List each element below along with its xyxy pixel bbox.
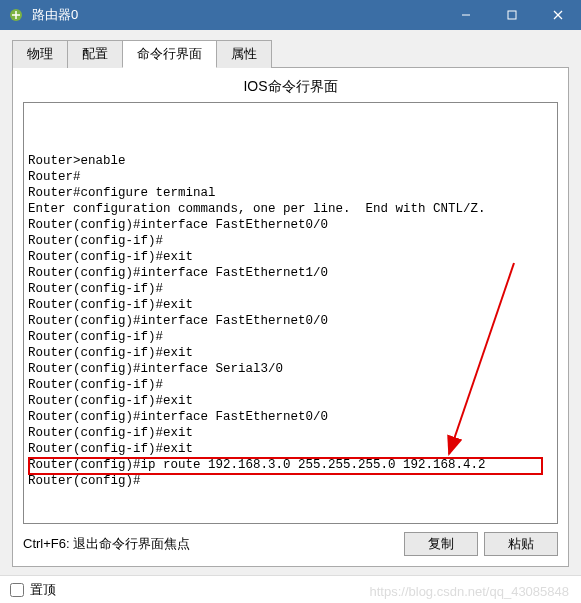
paste-button[interactable]: 粘贴 — [484, 532, 558, 556]
terminal-line: Router(config-if)# — [28, 233, 553, 249]
terminal-wrapper: Router>enableRouter#Router#configure ter… — [23, 102, 558, 524]
terminal-line: Router(config-if)# — [28, 281, 553, 297]
router-icon — [8, 7, 24, 23]
terminal-line: Router(config-if)# — [28, 329, 553, 345]
footer-row: Ctrl+F6: 退出命令行界面焦点 复制 粘贴 — [23, 532, 558, 556]
terminal-line: Router(config)#ip route 192.168.3.0 255.… — [28, 457, 553, 473]
terminal-line: Router(config)# — [28, 473, 553, 489]
terminal-line — [28, 105, 553, 121]
pane-title: IOS命令行界面 — [23, 78, 558, 96]
client-area: 物理配置命令行界面属性 IOS命令行界面 Router>enableRouter… — [0, 30, 581, 575]
window-title: 路由器0 — [32, 6, 443, 24]
terminal-line: Router(config)#interface FastEthernet0/0 — [28, 409, 553, 425]
terminal-line: Router(config-if)#exit — [28, 425, 553, 441]
cli-pane: IOS命令行界面 Router>enableRouter#Router#conf… — [12, 67, 569, 567]
tab-2[interactable]: 命令行界面 — [122, 40, 217, 68]
terminal[interactable]: Router>enableRouter#Router#configure ter… — [24, 103, 557, 523]
tab-bar: 物理配置命令行界面属性 — [12, 40, 569, 68]
terminal-line: Router(config-if)#exit — [28, 345, 553, 361]
terminal-line: Router(config-if)# — [28, 377, 553, 393]
terminal-line — [28, 121, 553, 137]
svg-rect-2 — [508, 11, 516, 19]
minimize-button[interactable] — [443, 0, 489, 30]
terminal-line: Router(config-if)#exit — [28, 297, 553, 313]
window-controls — [443, 0, 581, 30]
terminal-line — [28, 137, 553, 153]
tab-3[interactable]: 属性 — [216, 40, 272, 68]
close-button[interactable] — [535, 0, 581, 30]
terminal-line: Router# — [28, 169, 553, 185]
watermark: https://blog.csdn.net/qq_43085848 — [370, 584, 570, 599]
tab-0[interactable]: 物理 — [12, 40, 68, 68]
bottom-bar: 置顶 https://blog.csdn.net/qq_43085848 — [0, 575, 581, 603]
terminal-line: Router(config-if)#exit — [28, 441, 553, 457]
terminal-line: Router(config)#interface Serial3/0 — [28, 361, 553, 377]
titlebar: 路由器0 — [0, 0, 581, 30]
terminal-line: Enter configuration commands, one per li… — [28, 201, 553, 217]
maximize-button[interactable] — [489, 0, 535, 30]
hint-text: Ctrl+F6: 退出命令行界面焦点 — [23, 535, 398, 553]
terminal-line: Router(config)#interface FastEthernet1/0 — [28, 265, 553, 281]
copy-button[interactable]: 复制 — [404, 532, 478, 556]
pin-label: 置顶 — [30, 581, 56, 599]
terminal-line: Router(config-if)#exit — [28, 249, 553, 265]
terminal-line: Router>enable — [28, 153, 553, 169]
terminal-line: Router#configure terminal — [28, 185, 553, 201]
terminal-line: Router(config)#interface FastEthernet0/0 — [28, 217, 553, 233]
terminal-line: Router(config)#interface FastEthernet0/0 — [28, 313, 553, 329]
pin-checkbox[interactable] — [10, 583, 24, 597]
tab-1[interactable]: 配置 — [67, 40, 123, 68]
terminal-line: Router(config-if)#exit — [28, 393, 553, 409]
